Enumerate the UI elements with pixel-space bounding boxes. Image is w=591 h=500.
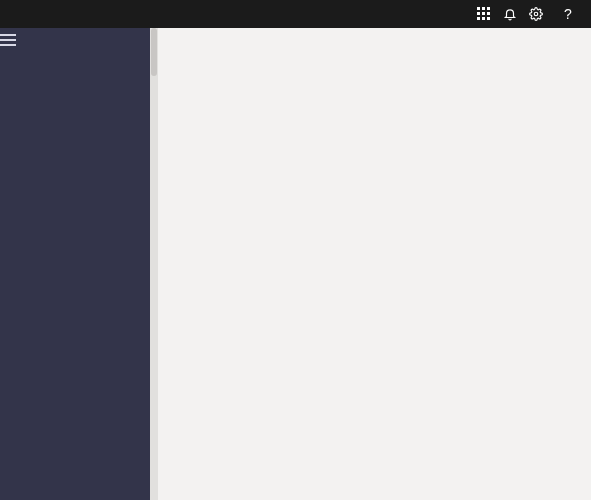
- help-icon[interactable]: ?: [555, 6, 581, 22]
- svg-rect-6: [477, 17, 480, 20]
- svg-rect-2: [487, 7, 490, 10]
- gear-icon[interactable]: [529, 7, 555, 21]
- svg-point-9: [534, 12, 538, 16]
- main-content: [158, 28, 591, 500]
- svg-rect-3: [477, 12, 480, 15]
- sidebar: [0, 28, 150, 500]
- waffle-icon[interactable]: [477, 7, 503, 21]
- svg-rect-4: [482, 12, 485, 15]
- scrollbar-track[interactable]: [150, 28, 158, 500]
- svg-rect-8: [487, 17, 490, 20]
- svg-rect-0: [477, 7, 480, 10]
- top-bar: ?: [0, 0, 591, 28]
- svg-rect-5: [487, 12, 490, 15]
- svg-rect-7: [482, 17, 485, 20]
- bell-icon[interactable]: [503, 7, 529, 21]
- svg-rect-1: [482, 7, 485, 10]
- hamburger-icon[interactable]: [0, 28, 150, 46]
- scrollbar-thumb[interactable]: [151, 28, 157, 76]
